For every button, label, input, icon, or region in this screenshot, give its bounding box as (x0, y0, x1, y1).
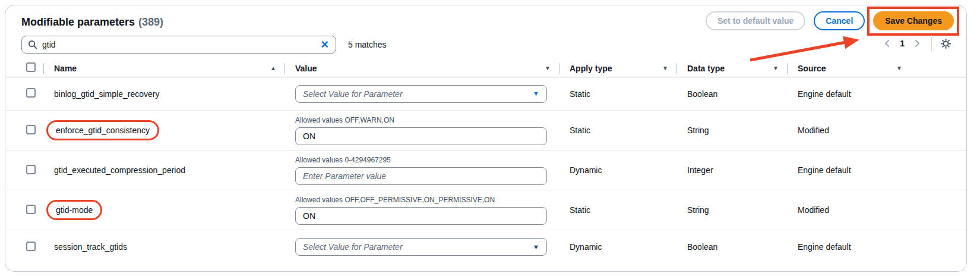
apply-type-cell: Dynamic (559, 242, 676, 252)
parameter-count: (389) (138, 16, 163, 28)
table-row: session_track_gtids Select Value for Par… (5, 230, 966, 264)
table-row: enforce_gtid_consistency Allowed values … (5, 111, 966, 151)
previous-page-button[interactable] (879, 37, 895, 50)
filter-icon[interactable]: ▼ (896, 65, 902, 71)
row-checkbox[interactable] (26, 88, 36, 98)
match-count: 5 matches (348, 40, 387, 49)
clear-search-icon[interactable]: × (320, 38, 330, 51)
page-title: Modifiable parameters (21, 16, 135, 29)
allowed-values-label: Allowed values OFF,WARN,ON (295, 116, 559, 124)
search-input[interactable] (42, 40, 320, 49)
column-header-name[interactable]: Name ▲ (43, 59, 284, 77)
allowed-values-label: Allowed values OFF,OFF_PERMISSIVE,ON_PER… (295, 196, 559, 204)
row-checkbox[interactable] (26, 125, 36, 134)
parameters-table: Name ▲ Value ▼ Apply type ▼ Data type ▼ … (5, 59, 966, 264)
select-all-checkbox[interactable] (26, 62, 36, 72)
sort-ascending-icon[interactable]: ▲ (270, 65, 276, 71)
modifiable-parameters-panel: Modifiable parameters(389) Set to defaul… (5, 5, 967, 272)
search-box[interactable]: × (21, 36, 336, 54)
row-checkbox[interactable] (26, 165, 36, 174)
data-type-cell: Integer (676, 165, 787, 175)
parameter-name-annotated: enforce_gtid_consistency (46, 120, 159, 140)
column-header-value[interactable]: Value ▼ (284, 59, 559, 77)
column-header-data-type[interactable]: Data type ▼ (676, 59, 787, 77)
save-changes-button[interactable]: Save Changes (873, 11, 954, 30)
row-checkbox[interactable] (26, 242, 36, 251)
parameter-name: binlog_gtid_simple_recovery (54, 89, 159, 99)
parameter-name: gtid_executed_compression_period (54, 165, 185, 175)
data-type-cell: String (676, 205, 787, 215)
table-toolbar: × 5 matches 1 (5, 30, 966, 54)
data-type-cell: Boolean (676, 242, 787, 252)
apply-type-cell: Static (559, 205, 676, 215)
table-row: binlog_gtid_simple_recovery Select Value… (5, 77, 966, 111)
table-header-row: Name ▲ Value ▼ Apply type ▼ Data type ▼ … (5, 59, 966, 77)
select-placeholder: Select Value for Parameter (303, 242, 403, 252)
search-icon (28, 40, 37, 49)
set-to-default-button[interactable]: Set to default value (706, 11, 805, 30)
data-type-cell: String (676, 126, 787, 135)
row-checkbox[interactable] (26, 205, 36, 214)
preferences-gear-icon[interactable] (938, 37, 954, 51)
source-cell: Engine default (787, 165, 954, 175)
column-header-source[interactable]: Source ▼ (787, 59, 954, 77)
current-page-number[interactable]: 1 (895, 39, 909, 48)
panel-header: Modifiable parameters(389) Set to defaul… (5, 5, 966, 30)
source-cell: Modified (787, 205, 954, 215)
parameter-name: session_track_gtids (54, 242, 127, 252)
header-actions: Set to default value Cancel Save Changes (706, 11, 954, 30)
filter-icon[interactable]: ▼ (545, 65, 551, 71)
caret-down-icon: ▼ (533, 90, 539, 97)
value-input[interactable] (295, 127, 547, 145)
source-cell: Engine default (787, 89, 954, 99)
toolbar-divider (931, 35, 932, 52)
next-page-button[interactable] (909, 37, 925, 50)
value-select[interactable]: Select Value for Parameter ▼ (295, 85, 547, 103)
table-row: gtid_executed_compression_period Allowed… (5, 151, 966, 190)
source-cell: Modified (787, 126, 954, 135)
apply-type-cell: Static (559, 126, 676, 135)
pagination: 1 (879, 35, 954, 52)
select-placeholder: Select Value for Parameter (303, 89, 403, 99)
value-input[interactable] (295, 167, 547, 185)
cancel-button[interactable]: Cancel (814, 11, 865, 30)
value-input[interactable] (295, 207, 547, 225)
source-cell: Engine default (787, 242, 954, 252)
column-header-apply-type[interactable]: Apply type ▼ (559, 59, 676, 77)
parameter-name-annotated: gtid-mode (46, 200, 102, 220)
filter-icon[interactable]: ▼ (662, 65, 668, 71)
caret-down-icon: ▼ (533, 244, 539, 250)
apply-type-cell: Static (559, 89, 676, 99)
table-row: gtid-mode Allowed values OFF,OFF_PERMISS… (5, 190, 966, 230)
filter-icon[interactable]: ▼ (773, 65, 779, 71)
allowed-values-label: Allowed values 0-4294967295 (295, 156, 559, 164)
value-select[interactable]: Select Value for Parameter ▼ (295, 238, 547, 256)
apply-type-cell: Dynamic (559, 165, 676, 175)
data-type-cell: Boolean (676, 89, 787, 99)
